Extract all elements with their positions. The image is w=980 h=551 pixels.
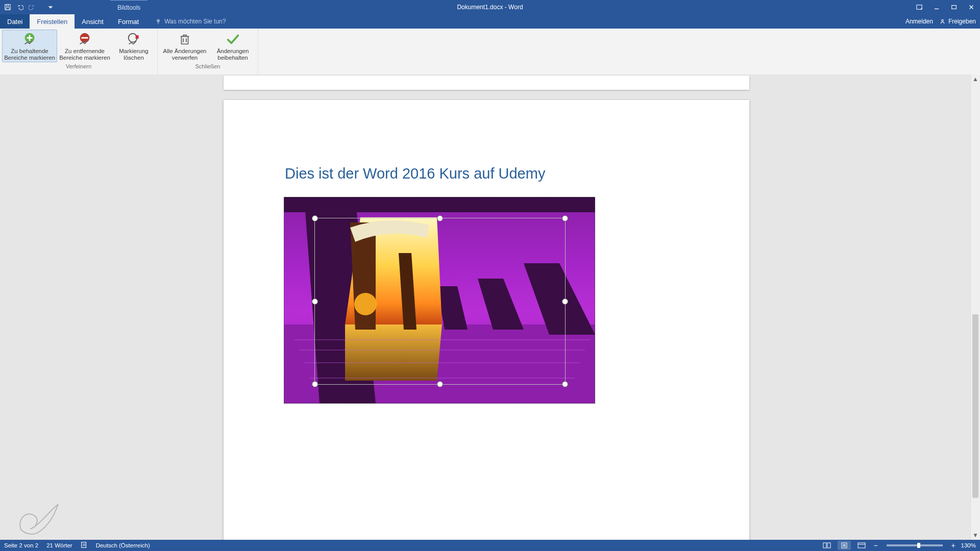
tab-freistellen[interactable]: Freistellen xyxy=(30,14,75,29)
share-icon xyxy=(939,18,946,25)
zoom-in-button[interactable]: + xyxy=(950,542,957,549)
mark-areas-to-keep-button[interactable]: Zu behaltende Bereiche markieren xyxy=(2,30,57,62)
mark-areas-to-remove-button[interactable]: Zu entfernende Bereiche markieren xyxy=(57,30,112,62)
ribbon-group-refine: Zu behaltende Bereiche markieren Zu entf… xyxy=(0,29,158,74)
trash-icon xyxy=(177,32,192,47)
picture-content xyxy=(284,197,595,404)
svg-rect-33 xyxy=(823,543,826,548)
view-web-layout-icon[interactable] xyxy=(855,541,868,550)
minus-circle-icon xyxy=(77,32,92,47)
svg-rect-39 xyxy=(858,543,865,548)
svg-rect-13 xyxy=(81,37,88,39)
svg-rect-34 xyxy=(827,543,830,548)
zoom-level[interactable]: 130% xyxy=(961,542,976,548)
status-language[interactable]: Deutsch (Österreich) xyxy=(96,542,150,548)
svg-rect-2 xyxy=(6,8,10,10)
ribbon-display-options-icon[interactable] xyxy=(911,0,928,14)
share-button[interactable]: Freigeben xyxy=(939,18,976,25)
undo-icon[interactable] xyxy=(15,3,24,12)
signin-link[interactable]: Anmelden xyxy=(905,18,933,25)
svg-point-8 xyxy=(942,19,944,21)
qat-customize-icon[interactable] xyxy=(46,3,55,12)
check-icon xyxy=(225,32,240,47)
tell-me-placeholder: Was möchten Sie tun? xyxy=(164,18,226,25)
ribbon-tabs: Datei Freistellen Ansicht Format Was möc… xyxy=(0,14,980,29)
plus-circle-icon xyxy=(22,32,37,47)
view-print-layout-icon[interactable] xyxy=(838,541,851,550)
status-page[interactable]: Seite 2 von 2 xyxy=(4,542,38,548)
svg-rect-22 xyxy=(284,197,595,212)
discard-all-changes-button[interactable]: Alle Änderungen verwerfen xyxy=(160,30,210,62)
lightbulb-icon xyxy=(155,18,161,24)
view-read-mode-icon[interactable] xyxy=(820,541,834,550)
document-page[interactable]: Dies ist der Word 2016 Kurs auf Udemy xyxy=(224,100,749,540)
svg-rect-5 xyxy=(952,6,957,9)
tab-format[interactable]: Format xyxy=(111,14,146,29)
status-word-count[interactable]: 21 Wörter xyxy=(46,542,72,548)
scroll-thumb[interactable] xyxy=(972,314,978,498)
document-workspace: Dies ist der Word 2016 Kurs auf Udemy xyxy=(0,74,980,540)
svg-rect-1 xyxy=(6,5,8,7)
status-bar: Seite 2 von 2 21 Wörter Deutsch (Österre… xyxy=(0,540,980,551)
document-heading: Dies ist der Word 2016 Kurs auf Udemy xyxy=(285,165,545,182)
group-label-refine: Verfeinern xyxy=(2,62,155,71)
window-controls xyxy=(911,0,980,14)
svg-rect-11 xyxy=(27,37,32,39)
maximize-icon[interactable] xyxy=(945,0,963,14)
quick-access-toolbar xyxy=(0,3,55,12)
selected-picture[interactable] xyxy=(284,197,595,404)
ribbon-group-close: Alle Änderungen verwerfen Änderungen bei… xyxy=(158,29,258,74)
previous-page-edge xyxy=(224,76,749,90)
scroll-down-icon[interactable]: ▼ xyxy=(971,531,980,540)
contextual-tab-bildtools[interactable]: Bildtools xyxy=(110,0,148,15)
svg-rect-32 xyxy=(81,542,86,548)
tell-me-search[interactable]: Was möchten Sie tun? xyxy=(155,14,226,29)
svg-marker-24 xyxy=(345,324,442,381)
redo-icon[interactable] xyxy=(28,3,37,12)
svg-rect-15 xyxy=(181,36,188,44)
vertical-scrollbar[interactable]: ▲ ▼ xyxy=(970,74,980,540)
delete-mark-icon xyxy=(126,32,141,47)
tab-file[interactable]: Datei xyxy=(0,14,30,29)
delete-mark-button[interactable]: Markierung löschen xyxy=(112,30,155,62)
scroll-up-icon[interactable]: ▲ xyxy=(971,74,980,84)
status-proofing-icon[interactable] xyxy=(81,541,88,549)
contextual-tab-label: Bildtools xyxy=(117,4,140,11)
zoom-slider[interactable] xyxy=(887,544,943,546)
save-icon[interactable] xyxy=(3,3,12,12)
tab-ansicht[interactable]: Ansicht xyxy=(75,14,111,29)
titlebar: Bildtools Dokument1.docx - Word xyxy=(0,0,980,14)
zoom-slider-knob[interactable] xyxy=(917,543,920,548)
group-label-close: Schließen xyxy=(160,62,256,71)
svg-point-27 xyxy=(354,293,377,315)
keep-changes-button[interactable]: Änderungen beibehalten xyxy=(210,30,256,62)
zoom-out-button[interactable]: − xyxy=(872,542,879,549)
ribbon: Zu behaltende Bereiche markieren Zu entf… xyxy=(0,29,980,75)
minimize-icon[interactable] xyxy=(928,0,945,14)
close-icon[interactable] xyxy=(963,0,980,14)
watermark-logo xyxy=(14,500,60,537)
